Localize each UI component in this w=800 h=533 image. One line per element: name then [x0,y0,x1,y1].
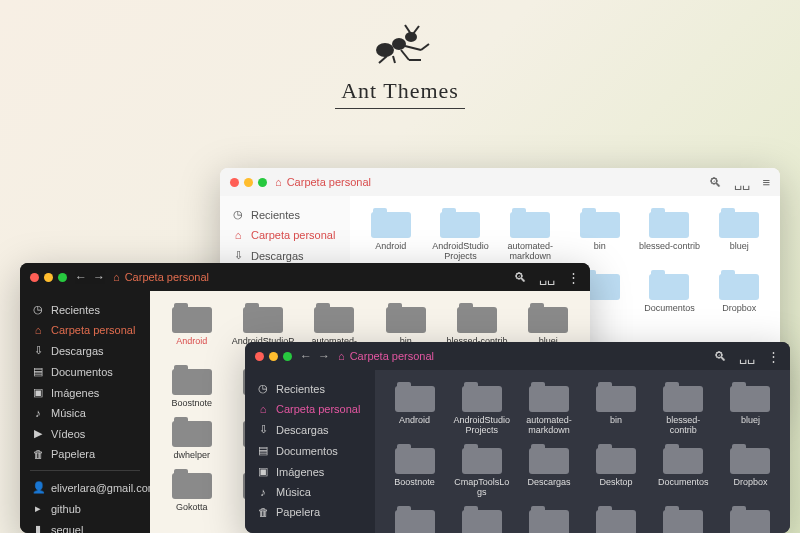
forward-icon[interactable]: → [318,349,330,363]
view-grid-icon[interactable]: ␣␣ [539,270,555,285]
folder-item[interactable]: Android [158,301,225,359]
videos-icon: ▶ [32,427,44,440]
folder-item[interactable]: Dropbox [706,268,772,316]
folder-item[interactable] [652,504,715,533]
folder-item[interactable]: blessed-contrib [637,206,703,264]
folder-item[interactable]: dwhelper [158,415,225,463]
folder-item[interactable]: Gokotta [158,467,225,515]
folder-item[interactable]: Android [383,380,446,438]
forward-icon[interactable]: → [93,270,105,284]
sidebar-item[interactable]: ▶Vídeos [20,423,150,444]
back-icon[interactable]: ← [75,270,87,284]
traffic-lights[interactable] [230,178,267,187]
logo-title: Ant Themes [335,76,465,109]
sidebar-item-label: Música [51,407,86,419]
folder-item[interactable]: Documentos [637,268,703,316]
folder-item[interactable]: automated-markdown [497,206,563,264]
folder-icon [371,208,411,238]
sidebar-item-label: Vídeos [51,428,85,440]
folder-icon [529,444,569,474]
sidebar-item[interactable]: ◷Recientes [245,378,375,399]
sidebar-item[interactable]: ▮sequel [20,519,150,533]
folder-item[interactable] [719,504,782,533]
folder-item[interactable]: bin [585,380,648,438]
folder-icon [649,208,689,238]
folder-icon [663,382,703,412]
sidebar-item[interactable]: ▸github [20,498,150,519]
folder-item[interactable]: AndroidStudioProjects [450,380,513,438]
folder-item[interactable] [517,504,580,533]
sidebar-item[interactable]: ♪Música [245,482,375,502]
folder-item[interactable]: Documentos [652,442,715,500]
sidebar-item[interactable]: 👤eliverlara@gmail.com [20,477,150,498]
sidebar-item-label: Imágenes [276,466,324,478]
folder-item[interactable]: Dropbox [719,442,782,500]
sidebar-item[interactable]: ♪Música [20,403,150,423]
folder-item[interactable]: Android [358,206,424,264]
sidebar-item[interactable]: ▤Documentos [20,361,150,382]
view-grid-icon[interactable]: ␣␣ [739,349,755,364]
traffic-lights[interactable] [30,273,67,282]
folder-label: Desktop [600,478,633,488]
folder-label: AndroidStudioProjects [430,242,492,262]
view-grid-icon[interactable]: ␣␣ [734,175,750,190]
svg-point-0 [376,43,394,57]
titlebar[interactable]: ←→ ⌂Carpeta personal 🔍︎ ␣␣ ⋮ [245,342,790,370]
folder-grid: AndroidAndroidStudioProjectsautomated-ma… [375,370,790,533]
menu-icon[interactable]: ⋮ [567,270,580,285]
sidebar-item[interactable]: ⌂Carpeta personal [245,399,375,419]
sidebar-item[interactable]: ▤Documentos [245,440,375,461]
folder-item[interactable] [383,504,446,533]
folder-item[interactable]: Descargas [517,442,580,500]
menu-icon[interactable]: ⋮ [767,349,780,364]
folder-item[interactable]: blessed-contrib [652,380,715,438]
back-icon[interactable]: ← [300,349,312,363]
folder-icon [719,208,759,238]
folder-icon [596,382,636,412]
search-icon[interactable]: 🔍︎ [709,175,722,190]
download-icon: ⇩ [232,249,244,262]
folder-item[interactable]: bluej [719,380,782,438]
folder-icon [510,208,550,238]
titlebar[interactable]: ⌂Carpeta personal 🔍︎ ␣␣ ≡ [220,168,780,196]
sidebar-item[interactable]: ▣Imágenes [245,461,375,482]
folder-item[interactable]: CmapToolsLogs [450,442,513,500]
trash-icon: 🗑 [257,506,269,518]
sidebar-item[interactable]: ⇩Descargas [20,340,150,361]
sidebar-item[interactable]: ▣Imágenes [20,382,150,403]
folder-label: Boostnote [171,399,212,409]
folder-icon [649,270,689,300]
folder-icon [314,303,354,333]
svg-line-7 [401,50,409,60]
sidebar-item[interactable]: ◷Recientes [20,299,150,320]
documents-icon: ▤ [257,444,269,457]
folder-icon [395,506,435,533]
download-icon: ⇩ [32,344,44,357]
sidebar-item[interactable]: 🗑Papelera [245,502,375,522]
sidebar-item[interactable]: ⌂Carpeta personal [220,225,350,245]
menu-icon[interactable]: ≡ [762,175,770,190]
sidebar-item[interactable]: ◷Recientes [220,204,350,225]
sidebar-item[interactable]: ⌂Carpeta personal [20,320,150,340]
folder-icon [596,444,636,474]
titlebar[interactable]: ←→ ⌂Carpeta personal 🔍︎ ␣␣ ⋮ [20,263,590,291]
folder-label: dwhelper [173,451,210,461]
folder-label: Dropbox [722,304,756,314]
traffic-lights[interactable] [255,352,292,361]
folder-item[interactable]: automated-markdown [517,380,580,438]
folder-item[interactable] [450,504,513,533]
sidebar-item[interactable]: ⇩Descargas [245,419,375,440]
search-icon[interactable]: 🔍︎ [714,349,727,364]
search-icon[interactable]: 🔍︎ [514,270,527,285]
music-icon: ♪ [257,486,269,498]
folder-item[interactable]: Boostnote [158,363,225,411]
folder-item[interactable]: Boostnote [383,442,446,500]
folder-item[interactable]: Desktop [585,442,648,500]
folder-icon [440,208,480,238]
folder-item[interactable]: AndroidStudioProjects [428,206,494,264]
sidebar-item[interactable]: 🗑Papelera [20,444,150,464]
folder-icon [730,444,770,474]
folder-item[interactable]: bin [567,206,633,264]
folder-item[interactable]: bluej [706,206,772,264]
folder-item[interactable] [585,504,648,533]
